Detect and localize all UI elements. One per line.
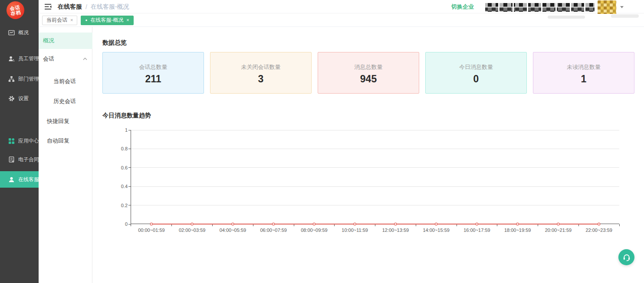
- x-axis-label: 10:00~11:59: [342, 228, 368, 233]
- secondary-sidebar: 概况 会话 当前会话 历史会话 快捷回复 自动回复: [39, 27, 92, 283]
- sidebar-item-overview[interactable]: 概况: [0, 24, 39, 41]
- sidebar-item-label: 员工管理: [18, 55, 39, 62]
- breadcrumb-item-root[interactable]: 在线客服: [58, 3, 82, 11]
- sidebar-item-staff[interactable]: 员工管理: [0, 50, 39, 67]
- x-axis-label: 04:00~05:59: [220, 228, 246, 233]
- close-icon[interactable]: ×: [70, 18, 73, 23]
- stat-card-value: 1: [581, 73, 587, 85]
- company-name-redacted: [484, 3, 595, 12]
- caret-down-icon[interactable]: [620, 6, 624, 8]
- tab-label: 当前会话: [46, 16, 67, 24]
- x-axis-tick: [619, 224, 620, 226]
- data-point-marker: [476, 223, 478, 225]
- sidebar-item-settings[interactable]: 设置: [0, 90, 39, 107]
- data-point-marker: [354, 223, 356, 225]
- data-point-marker: [557, 223, 559, 225]
- submenu-item-current-session[interactable]: 当前会话: [39, 77, 92, 86]
- submenu-item-label: 快捷回复: [47, 117, 69, 125]
- submenu-item-auto-reply[interactable]: 自动回复: [39, 137, 92, 145]
- sidebar-item-label: 设置: [18, 95, 29, 102]
- y-axis-label: 1: [112, 127, 128, 133]
- y-axis-tick: [128, 130, 131, 130]
- sidebar-item-e-contract[interactable]: 电子合同: [0, 151, 39, 168]
- stat-card-today-messages: 今日消息数量 0: [425, 52, 527, 94]
- submenu-item-history-session[interactable]: 历史会话: [39, 97, 92, 106]
- breadcrumb-separator: /: [85, 3, 87, 10]
- breadcrumb-item-current: 在线客服-概况: [91, 3, 129, 11]
- app-logo: 会话 存档: [5, 0, 26, 20]
- sidebar-item-label: 应用中心: [18, 137, 39, 145]
- submenu-item-overview[interactable]: 概况: [39, 33, 92, 49]
- stat-card-unread-messages: 未读消息数量 1: [533, 52, 634, 94]
- data-point-marker: [435, 223, 437, 225]
- data-point-marker: [598, 223, 600, 225]
- stat-card-label: 未读消息数量: [567, 63, 601, 71]
- x-axis-label: 08:00~09:59: [301, 228, 327, 233]
- x-axis-label: 20:00~21:59: [545, 228, 572, 233]
- team-icon: [8, 55, 15, 62]
- submenu-item-label: 历史会话: [53, 98, 76, 105]
- data-point-marker: [516, 223, 519, 225]
- x-axis-label: 00:00~01:59: [138, 228, 164, 233]
- close-icon[interactable]: ×: [126, 18, 129, 23]
- menu-fold-icon[interactable]: [45, 3, 52, 10]
- customer-service-icon: [8, 176, 15, 183]
- x-axis-label: 14:00~15:59: [423, 228, 449, 233]
- stats-section-title: 数据总览: [102, 39, 127, 47]
- tab-current-session[interactable]: 当前会话 ×: [42, 16, 77, 25]
- y-axis-label: 0.6: [112, 165, 128, 170]
- y-axis-label: 0.8: [112, 146, 128, 151]
- y-axis-tick: [128, 167, 131, 168]
- x-axis-label: 06:00~07:59: [260, 228, 286, 233]
- stat-card-label: 未关闭会话数量: [241, 63, 281, 71]
- y-axis-tick: [128, 205, 131, 205]
- y-axis-tick: [128, 149, 131, 149]
- user-avatar[interactable]: [598, 0, 616, 15]
- submenu-item-quick-reply[interactable]: 快捷回复: [39, 117, 92, 126]
- x-axis-label: 02:00~03:59: [179, 228, 205, 233]
- department-icon: [8, 76, 15, 82]
- redaction-smear: [611, 14, 639, 18]
- service-float-button[interactable]: [618, 249, 634, 265]
- stat-card-total-sessions: 会话总数量 211: [102, 52, 204, 94]
- active-dot-icon: ●: [85, 19, 87, 22]
- sidebar-item-department[interactable]: 部门管理: [0, 71, 39, 87]
- stat-card-value: 211: [145, 73, 161, 85]
- sidebar-item-label: 在线客服: [18, 176, 39, 183]
- redaction-smear: [548, 16, 585, 19]
- line-chart-icon: [8, 29, 15, 36]
- y-axis-label: 0: [112, 221, 128, 227]
- app-center-icon: [8, 138, 15, 144]
- submenu-item-label: 自动回复: [47, 137, 69, 145]
- stat-card-label: 消息总数量: [355, 63, 383, 71]
- data-point-marker: [232, 223, 234, 225]
- data-point-marker: [150, 223, 152, 225]
- line-series: [131, 130, 619, 224]
- switch-company-link[interactable]: 切换企业: [451, 0, 474, 13]
- top-header: 在线客服 / 在线客服-概况 切换企业: [39, 0, 644, 13]
- y-axis-tick: [128, 224, 131, 224]
- stat-card-total-messages: 消息总数量 945: [318, 52, 419, 94]
- gear-icon: [8, 95, 15, 102]
- sidebar-item-label: 电子合同: [18, 156, 39, 163]
- primary-sidebar: 会话 存档 概况 员工管理 部门管理 设置 应用中心 电子合同 在线客服: [0, 0, 39, 283]
- submenu-item-label: 会话: [43, 55, 54, 63]
- chevron-up-icon: [83, 58, 87, 60]
- data-point-marker: [394, 223, 397, 225]
- chart-plot: 00.20.40.60.8100:00~01:5902:00~03:5904:0…: [131, 130, 619, 224]
- submenu-group-session[interactable]: 会话: [39, 55, 92, 63]
- data-point-marker: [273, 223, 275, 225]
- tab-online-service-overview[interactable]: ● 在线客服-概况 ×: [81, 16, 133, 25]
- tab-label: 在线客服-概况: [90, 16, 123, 24]
- sidebar-item-online-service[interactable]: 在线客服: [0, 171, 39, 188]
- contract-icon: [8, 156, 15, 163]
- sidebar-item-app-center[interactable]: 应用中心: [0, 133, 39, 149]
- headset-icon: [622, 253, 631, 262]
- y-axis-label: 0.2: [112, 203, 128, 208]
- stat-card-value: 0: [473, 73, 479, 85]
- submenu-item-label: 当前会话: [53, 78, 76, 85]
- submenu-item-label: 概况: [43, 37, 54, 45]
- chart-title: 今日消息数量趋势: [102, 112, 151, 120]
- stat-card-label: 今日消息数量: [459, 63, 493, 71]
- x-axis-label: 12:00~13:59: [382, 228, 409, 233]
